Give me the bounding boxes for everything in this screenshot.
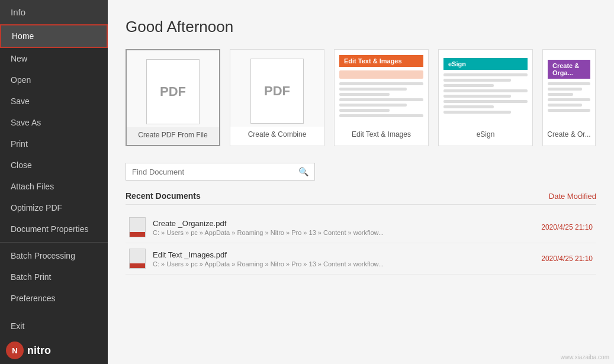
sidebar-optimize-label: Optimize PDF — [11, 203, 62, 212]
sidebar-exit-label: Exit — [11, 321, 24, 331]
search-icon: 🔍 — [298, 167, 308, 176]
card-esign-label: eSign — [474, 127, 497, 140]
sidebar-batch-proc-label: Batch Processing — [11, 251, 75, 260]
card-create-pdf-image: PDF — [127, 50, 219, 127]
sidebar-item-batch-processing[interactable]: Batch Processing — [0, 245, 108, 266]
cards-row: PDF Create PDF From File PDF Create & Co… — [126, 49, 596, 146]
card-create-combine-image: PDF — [230, 50, 324, 127]
sidebar-doc-props-label: Document Properties — [11, 224, 89, 234]
pdf-icon-bar — [130, 232, 145, 237]
card-edit-text[interactable]: Edit Text & Images Edit Text & Images — [334, 49, 429, 146]
sidebar-item-info[interactable]: Info — [0, 0, 108, 24]
recent-item-1[interactable]: Edit Text _Images.pdf C: » Users » pc » … — [126, 243, 596, 275]
recent-item-0[interactable]: Create _Organize.pdf C: » Users » pc » A… — [126, 212, 596, 243]
sidebar-item-home[interactable]: Home — [0, 24, 108, 48]
sidebar-item-preferences[interactable]: Preferences — [0, 288, 108, 309]
card-edit-text-label: Edit Text & Images — [349, 127, 413, 140]
sidebar-batch-print-label: Batch Print — [11, 272, 51, 282]
sidebar-item-close[interactable]: Close — [0, 154, 108, 176]
card-create-organize[interactable]: Create & Orga... Create & Or... — [542, 49, 596, 146]
sidebar-save-label: Save — [11, 96, 30, 106]
search-input[interactable] — [132, 167, 295, 176]
recent-item-1-path: C: » Users » pc » AppData » Roaming » Ni… — [153, 260, 401, 268]
sidebar-item-save[interactable]: Save — [0, 91, 108, 112]
sidebar-item-open[interactable]: Open — [0, 69, 108, 91]
recent-docs-header: Recent Documents Date Modified — [126, 191, 596, 205]
sidebar-info-label: Info — [11, 7, 25, 17]
sidebar-attach-label: Attach Files — [11, 182, 54, 191]
sidebar-preferences-label: Preferences — [11, 294, 55, 303]
card-create-organize-banner: Create & Orga... — [548, 60, 590, 79]
greeting-text: Good Afternoon — [126, 18, 596, 36]
sidebar-item-exit[interactable]: Exit — [0, 315, 108, 337]
recent-item-1-date: 2020/4/25 21:10 — [541, 255, 593, 263]
sidebar: Info Home New Open Save Save As Print Cl… — [0, 0, 108, 364]
recent-item-1-icon — [129, 249, 146, 269]
sidebar-home-label: Home — [12, 31, 34, 41]
sidebar-divider-1 — [0, 242, 108, 243]
card-create-organize-label: Create & Or... — [545, 127, 593, 140]
nitro-logo-icon: N — [6, 342, 24, 359]
sidebar-new-label: New — [11, 54, 27, 63]
app-logo: N nitro — [0, 337, 108, 364]
watermark: www.xiazaiba.com — [561, 354, 609, 360]
sidebar-item-print[interactable]: Print — [0, 133, 108, 154]
sidebar-item-new[interactable]: New — [0, 48, 108, 69]
sidebar-item-save-as[interactable]: Save As — [0, 112, 108, 133]
recent-item-0-date: 2020/4/25 21:10 — [541, 223, 593, 231]
logo-text: nitro — [27, 344, 51, 357]
card-edit-text-banner: Edit Text & Images — [339, 55, 423, 67]
recent-item-0-name: Create _Organize.pdf — [153, 219, 534, 228]
card-create-pdf[interactable]: PDF Create PDF From File — [126, 49, 220, 146]
sidebar-save-as-label: Save As — [11, 118, 41, 127]
sidebar-item-document-properties[interactable]: Document Properties — [0, 218, 108, 240]
recent-item-0-icon — [129, 217, 146, 237]
recent-item-1-name: Edit Text _Images.pdf — [153, 250, 534, 259]
date-modified-label: Date Modified — [549, 192, 596, 201]
pdf-blank-icon-2: PDF — [250, 59, 304, 124]
card-create-pdf-label: Create PDF From File — [136, 127, 210, 140]
card-esign[interactable]: eSign eSign — [438, 49, 533, 146]
card-create-combine[interactable]: PDF Create & Combine — [230, 49, 324, 146]
recent-item-0-path: C: » Users » pc » AppData » Roaming » Ni… — [153, 229, 401, 236]
card-edit-text-image: Edit Text & Images — [335, 50, 428, 127]
main-content: Good Afternoon PDF Create PDF From File … — [108, 0, 614, 364]
card-esign-image: eSign — [439, 50, 532, 127]
sidebar-close-label: Close — [11, 160, 32, 170]
card-create-organize-image: Create & Orga... — [543, 50, 595, 127]
search-bar: 🔍 — [126, 163, 315, 181]
sidebar-open-label: Open — [11, 75, 31, 85]
recent-item-1-info: Edit Text _Images.pdf C: » Users » pc » … — [153, 250, 534, 268]
pdf-blank-icon: PDF — [146, 59, 200, 124]
sidebar-item-attach-files[interactable]: Attach Files — [0, 176, 108, 197]
sidebar-item-optimize-pdf[interactable]: Optimize PDF — [0, 197, 108, 218]
sidebar-print-label: Print — [11, 139, 28, 149]
card-create-combine-label: Create & Combine — [246, 127, 309, 140]
pdf-icon-bar-2 — [130, 263, 145, 268]
recent-docs-title: Recent Documents — [126, 191, 201, 201]
sidebar-item-batch-print[interactable]: Batch Print — [0, 266, 108, 288]
recent-item-0-info: Create _Organize.pdf C: » Users » pc » A… — [153, 219, 534, 236]
recent-docs-list: Create _Organize.pdf C: » Users » pc » A… — [126, 212, 596, 275]
card-esign-banner: eSign — [443, 58, 528, 70]
